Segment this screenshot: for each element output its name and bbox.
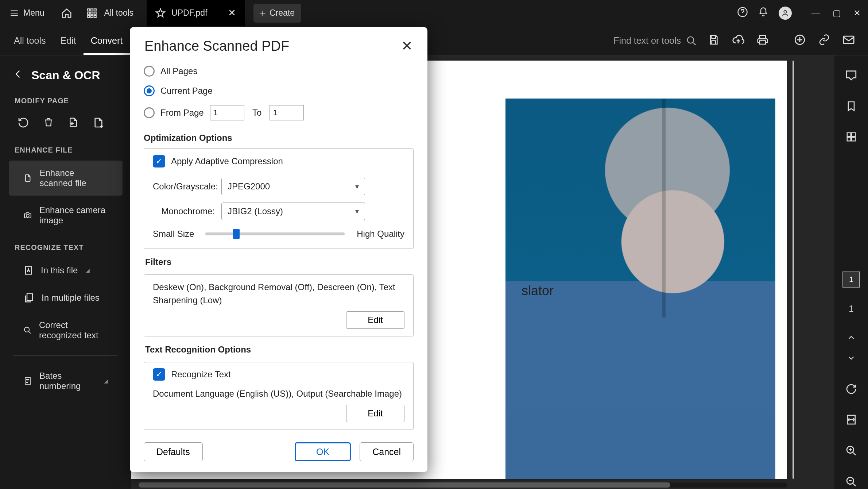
color-grayscale-value: JPEG2000 — [228, 181, 270, 192]
filters-title: Filters — [144, 249, 414, 271]
dialog-close-icon[interactable]: ✕ — [401, 38, 413, 54]
radio-current-page-label: Current Page — [160, 86, 213, 96]
filters-edit-button[interactable]: Edit — [346, 311, 404, 329]
adaptive-compression-checkbox[interactable]: ✓ — [153, 155, 165, 168]
modal-backdrop: Enhance Scanned PDF ✕ All Pages Current … — [0, 0, 868, 489]
chevron-down-icon: ▾ — [355, 207, 359, 216]
to-page-input[interactable] — [270, 105, 304, 120]
text-recognition-summary: Document Language (English (US)), Output… — [153, 387, 404, 405]
recognize-text-label: Recognize Text — [171, 369, 231, 380]
text-recognition-edit-button[interactable]: Edit — [346, 405, 404, 422]
quality-slider[interactable] — [205, 232, 345, 235]
enhance-scanned-dialog: Enhance Scanned PDF ✕ All Pages Current … — [130, 27, 427, 472]
optimization-title: Optimization Options — [144, 125, 414, 147]
small-size-label: Small Size — [153, 229, 197, 239]
high-quality-label: High Quality — [353, 229, 404, 239]
radio-from-page[interactable] — [144, 107, 155, 118]
text-recognition-title: Text Recognition Options — [144, 336, 414, 358]
monochrome-value: JBIG2 (Lossy) — [228, 206, 283, 216]
dialog-title: Enhance Scanned PDF — [144, 38, 289, 54]
monochrome-label: Monochrome: — [153, 206, 215, 216]
color-grayscale-label: Color/Grayscale: — [153, 181, 215, 192]
adaptive-compression-label: Apply Adaptive Compression — [171, 156, 283, 166]
chevron-down-icon: ▾ — [355, 182, 359, 191]
radio-all-pages-label: All Pages — [160, 66, 197, 76]
recognize-text-checkbox[interactable]: ✓ — [153, 368, 165, 381]
radio-from-page-label: From Page — [160, 108, 204, 118]
radio-all-pages[interactable] — [144, 66, 155, 77]
filters-summary: Deskew (On), Background Removal (Off), D… — [153, 281, 404, 311]
radio-current-page[interactable] — [144, 85, 155, 96]
ok-button[interactable]: OK — [295, 442, 351, 461]
to-label: To — [250, 108, 264, 118]
monochrome-select[interactable]: JBIG2 (Lossy) ▾ — [221, 203, 365, 220]
defaults-button[interactable]: Defaults — [144, 442, 203, 461]
quality-slider-thumb[interactable] — [233, 229, 240, 239]
from-page-input[interactable] — [210, 105, 244, 120]
cancel-button[interactable]: Cancel — [360, 442, 414, 461]
color-grayscale-select[interactable]: JPEG2000 ▾ — [221, 178, 365, 195]
